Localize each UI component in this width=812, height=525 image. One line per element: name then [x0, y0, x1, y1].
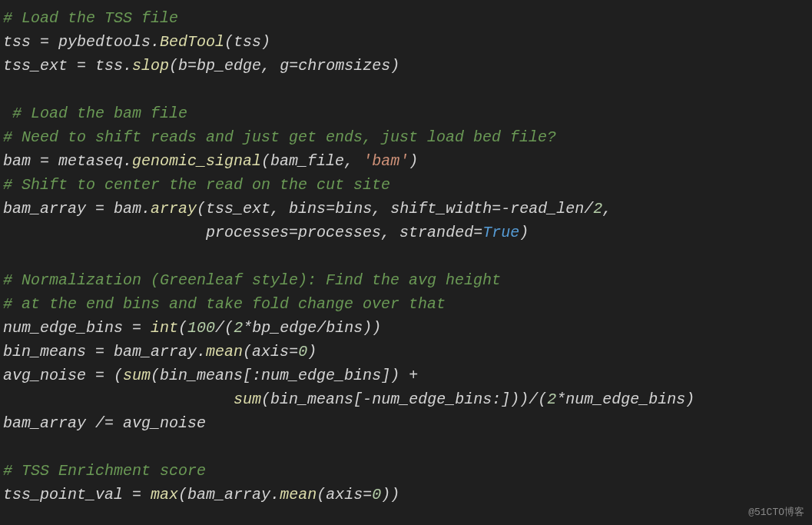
code-line: tss_ext = tss.slop(b=bp_edge, g=chromsiz… [3, 54, 812, 78]
method: mean [280, 486, 317, 503]
method: slop [132, 57, 169, 75]
method: array [151, 200, 197, 218]
number: 2 [547, 390, 556, 408]
code-block: # Load the TSS filetss = pybedtools.BedT… [0, 0, 812, 507]
comment: # Normalization (Greenleaf style): Find … [3, 271, 501, 289]
watermark: @51CTO博客 [748, 505, 804, 520]
code-line: sum(bin_means[-num_edge_bins:]))/(2*num_… [3, 387, 812, 411]
blank-line [3, 78, 812, 101]
code-line: # TSS Enrichment score [3, 459, 812, 483]
method: mean [206, 343, 243, 361]
comment: # Load the TSS file [3, 9, 178, 27]
number: 2 [234, 319, 243, 337]
comment: # Shift to center the read on the cut si… [3, 176, 390, 194]
builtin: sum [123, 367, 151, 384]
comment: # at the end bins and take fold change o… [3, 295, 446, 313]
number: 2 [593, 200, 602, 218]
number: 100 [187, 319, 215, 337]
code-line: # Shift to center the read on the cut si… [3, 173, 812, 197]
code-line: # Normalization (Greenleaf style): Find … [3, 268, 812, 292]
code-line: num_edge_bins = int(100/(2*bp_edge/bins)… [3, 316, 812, 340]
method: genomic_signal [132, 152, 261, 170]
code-line: # at the end bins and take fold change o… [3, 292, 812, 316]
blank-line [3, 244, 812, 268]
builtin: sum [234, 390, 261, 408]
code-line: bam = metaseq.genomic_signal(bam_file, '… [3, 149, 812, 173]
blank-line [3, 435, 812, 459]
code-line: bam_array = bam.array(tss_ext, bins=bins… [3, 197, 812, 221]
string: 'bam' [363, 152, 409, 170]
code-line: processes=processes, stranded=True) [3, 221, 812, 244]
code-line: # Load the TSS file [3, 6, 812, 30]
method: BedTool [160, 33, 224, 51]
code-line: bin_means = bam_array.mean(axis=0) [3, 340, 812, 364]
comment: # TSS Enrichment score [3, 462, 206, 480]
keyword: True [482, 224, 519, 241]
builtin: max [151, 486, 178, 503]
comment: # Load the bam file [3, 105, 187, 122]
comment: # Need to shift reads and just get ends,… [3, 128, 556, 146]
code-line: bam_array /= avg_noise [3, 411, 812, 435]
code-line: tss = pybedtools.BedTool(tss) [3, 30, 812, 54]
code-line: # Need to shift reads and just get ends,… [3, 125, 812, 149]
code-line: # Load the bam file [3, 101, 812, 125]
code-line: tss_point_val = max(bam_array.mean(axis=… [3, 483, 812, 507]
builtin: int [151, 319, 178, 337]
number: 0 [298, 343, 307, 361]
code-line: avg_noise = (sum(bin_means[:num_edge_bin… [3, 364, 812, 387]
number: 0 [372, 486, 381, 503]
